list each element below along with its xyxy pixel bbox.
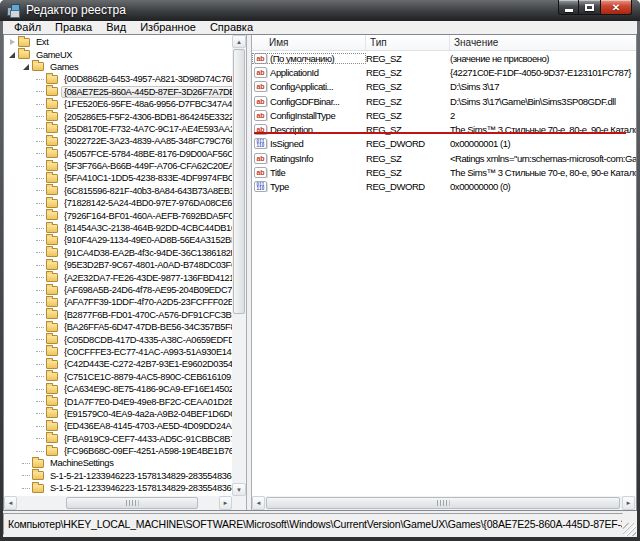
tree-vertical-scrollbar[interactable]: ▲ ▼ [232,35,246,496]
tree-item[interactable]: {205286E5-F5F2-4306-BDB1-864245E33227} [4,110,232,122]
tree-item-label[interactable]: {00D8862B-6453-4957-A821-3D98D74C76BE} [61,73,232,85]
scroll-down-arrow-icon[interactable]: ▼ [232,483,246,496]
menu-help[interactable]: Справка [203,21,260,34]
tree-item[interactable]: {D1A7F7E0-D4E9-49e8-BF2C-CEAA01D2E670} [4,395,232,407]
tree-item-label[interactable]: {910F4A29-1134-49E0-AD8B-56E4A3152BD1} [61,234,232,246]
tree-item-label[interactable]: {45057FCE-5784-48BE-8176-D9D00AF56C3C} [61,148,232,160]
value-row[interactable]: Description REG_SZ The Sims™ 3 Стильные … [252,122,636,136]
tree-item[interactable]: {25D8170E-F732-4A7C-9C17-AE4E593AA25D} [4,123,232,135]
tree-item[interactable]: {81454A3C-2138-464B-92DD-4CBC44DB16F2} [4,222,232,234]
tree-item[interactable]: {3022722E-3A23-4839-AA85-348FC79C7686} [4,135,232,147]
collapse-arrow-icon[interactable] [22,62,31,72]
tree-item-label[interactable]: {71828142-5A24-4BD0-97E7-976DA08CE6CF} [61,197,232,209]
scroll-left-arrow-icon[interactable]: ◄ [4,496,17,510]
column-header-value[interactable]: Значение [450,35,636,50]
minimize-button[interactable] [558,0,579,15]
tree-item-label[interactable]: {1FE520E6-95FE-48a6-9956-D7FBC347A472} [61,98,232,110]
tree-item-label[interactable]: S-1-5-21-1233946223-1578134829-283554836… [47,470,232,482]
tree-item-label[interactable]: {CA634E9C-8E75-4186-9CA9-EF16E14502B3} [61,383,232,395]
tree-item-label[interactable]: {95E3D2B7-9C67-4801-A0AD-B748DC03FCEF} [61,259,232,271]
value-row[interactable]: Type REG_DWORD 0x00000000 (0) [252,180,636,194]
tree-item[interactable]: Ext [4,36,232,48]
scroll-right-arrow-icon[interactable]: ► [622,496,635,510]
tree-item-label[interactable]: {C42D443E-C272-42B7-93E1-E9602D0354F5} [61,358,232,370]
tree-item[interactable]: {1FE520E6-95FE-48a6-9956-D7FBC347A472} [4,98,232,110]
tree-item-label[interactable]: Games [47,61,81,73]
value-row[interactable]: Title REG_SZ The Sims™ 3 Стильные 70-е, … [252,165,636,179]
tree-item[interactable]: {CA634E9C-8E75-4186-9CA9-EF16E14502B3} [4,383,232,395]
value-row[interactable]: ConfigApplicati... REG_SZ D:\Sims 3\17 [252,80,636,94]
menu-file[interactable]: Файл [7,21,48,34]
tree-item-label[interactable]: Ext [33,36,51,48]
tree-item-label[interactable]: {C751CE1C-8879-4AC5-890C-CEB616109140} [61,371,232,383]
tree-item-label[interactable]: {7926F164-BF01-460A-AEFB-7692BDA5FC37} [61,210,232,222]
tree-item-label[interactable]: {08AE7E25-860A-445D-87EF-3D26F7A7DE27} [61,86,232,98]
tree-item[interactable]: {C751CE1C-8879-4AC5-890C-CEB616109140} [4,371,232,383]
tree-item[interactable]: S-1-5-21-1233946223-1578134829-283554836… [4,470,232,482]
tree-item[interactable]: MachineSettings [4,457,232,469]
value-row[interactable]: RatingsInfo REG_SZ <Ratings xmlns="urn:s… [252,151,636,165]
tree-item-label[interactable]: {C0CFFFE3-EC77-41AC-A993-51A930E14861} [61,346,232,358]
tree-item-label[interactable]: {D1A7F7E0-D4E9-49e8-BF2C-CEAA01D2E670} [61,396,232,408]
tree-item[interactable]: {C0CFFFE3-EC77-41AC-A993-51A930E14861} [4,346,232,358]
collapse-arrow-icon[interactable] [8,50,17,60]
tree-item-label[interactable]: {3022722E-3A23-4839-AA85-348FC79C7686} [61,135,232,147]
column-header-name[interactable]: Имя [252,35,366,50]
tree-item[interactable]: {71828142-5A24-4BD0-97E7-976DA08CE6CF} [4,197,232,209]
tree-item[interactable]: {B2877F6B-FD01-470C-A576-DF91CFC3B902} [4,309,232,321]
tree-item-label[interactable]: {A2E32DA7-FE26-43DE-9877-136FBD41215A} [61,272,232,284]
tree-item[interactable]: {910F4A29-1134-49E0-AD8B-56E4A3152BD1} [4,234,232,246]
tree-item[interactable]: {A2E32DA7-FE26-43DE-9877-136FBD41215A} [4,271,232,283]
tree-item[interactable]: GameUX [4,48,232,60]
tree-item-label[interactable]: {FBA919C9-CEF7-4433-AD5C-91CBBC8B767E} [61,433,232,445]
tree-item-label[interactable]: MachineSettings [47,457,116,469]
expand-arrow-icon[interactable] [8,37,17,47]
tree-item[interactable]: {FBA919C9-CEF7-4433-AD5C-91CBBC8B767E} [4,433,232,445]
tree-item[interactable]: {5F3F766A-B66B-449F-A706-CFA62C20EAC8} [4,160,232,172]
tree-vscroll-thumb[interactable] [233,49,245,314]
tree-item[interactable]: {C05D8CDB-417D-4335-A38C-A0659EDFD6B8} [4,333,232,345]
list-horizontal-scrollbar[interactable]: ◄ ► [252,496,636,510]
scroll-up-arrow-icon[interactable]: ▲ [232,35,246,48]
column-header-type[interactable]: Тип [366,35,450,50]
menu-favorites[interactable]: Избранное [133,21,203,34]
tree-item[interactable]: {08AE7E25-860A-445D-87EF-3D26F7A7DE27} [4,86,232,98]
tree-item-label[interactable]: {BA26FFA5-6D47-47DB-BE56-34C357B5F8CC} [61,321,232,333]
tree-item-label[interactable]: {91CA4D38-EA2B-4f3c-94DE-36C1386182FC} [61,247,232,259]
tree-item[interactable]: {45057FCE-5784-48BE-8176-D9D00AF56C3C} [4,148,232,160]
tree-item[interactable]: Games [4,61,232,73]
tree-item[interactable]: {7926F164-BF01-460A-AEFB-7692BDA5FC37} [4,209,232,221]
tree-item[interactable]: {ED436EA8-4145-4703-AE5D-4D09DD24AF5A} [4,420,232,432]
tree-item[interactable]: {AFA7FF39-1DDF-4f70-A2D5-23FCFFF02E5F} [4,296,232,308]
tree-item-label[interactable]: S-1-5-21-1233946223-1578134829-283554836… [47,482,232,494]
tree-item-label[interactable]: {205286E5-F5F2-4306-BDB1-864245E33227} [61,111,232,123]
tree-item-label[interactable]: {5FA410C1-1DD5-4238-833E-4DF9974FBC9C} [61,172,232,184]
tree-item[interactable]: {91CA4D38-EA2B-4f3c-94DE-36C1386182FC} [4,247,232,259]
tree-item[interactable]: {C42D443E-C272-42B7-93E1-E9602D0354F5} [4,358,232,370]
tree-horizontal-scrollbar[interactable]: ◄ ► [4,496,232,510]
close-button[interactable]: ✕ [600,0,632,15]
tree-item[interactable]: {95E3D2B7-9C67-4801-A0AD-B748DC03FCEF} [4,259,232,271]
tree-item-label[interactable]: {FC96B68C-09EF-4251-A598-19E4BE1B76A9} [61,445,232,457]
tree-hscroll-thumb[interactable] [66,497,198,509]
tree-item[interactable]: {E91579C0-4EA9-4a2a-A9B2-04BEF1D6DC29} [4,408,232,420]
tree-item[interactable]: {BA26FFA5-6D47-47DB-BE56-34C357B5F8CC} [4,321,232,333]
menu-edit[interactable]: Правка [48,21,99,34]
tree-item-label[interactable]: {B2877F6B-FD01-470C-A576-DF91CFC3B902} [61,309,232,321]
tree-item[interactable]: S-1-5-21-1233946223-1578134829-283554836… [4,482,232,494]
resize-grip-icon[interactable] [623,523,636,536]
tree-item-label[interactable]: {C05D8CDB-417D-4335-A38C-A0659EDFD6B8} [61,334,232,346]
list-hscroll-thumb[interactable] [266,497,620,509]
value-row[interactable]: ConfigGDFBinar... REG_SZ D:\Sims 3\17\Ga… [252,94,636,108]
tree-item[interactable]: {5FA410C1-1DD5-4238-833E-4DF9974FBC9C} [4,172,232,184]
value-row[interactable]: ApplicationId REG_SZ {42271C0E-F1DF-4050… [252,65,636,79]
maximize-button[interactable] [579,0,600,15]
tree-item-label[interactable]: {25D8170E-F732-4A7C-9C17-AE4E593AA25D} [61,123,232,135]
tree-item[interactable]: {00D8862B-6453-4957-A821-3D98D74C76BE} [4,73,232,85]
tree-item-label[interactable]: {AFA7FF39-1DDF-4f70-A2D5-23FCFFF02E5F} [61,296,232,308]
tree-item-label[interactable]: {81454A3C-2138-464B-92DD-4CBC44DB16F2} [61,222,232,234]
tree-item-label[interactable]: GameUX [33,49,75,61]
tree-item[interactable]: {6C815596-821F-40b3-8A84-643B73A8EB16} [4,185,232,197]
tree-item-label[interactable]: {AF698A5B-24D6-4f78-AE95-204B09EDC7B6} [61,284,232,296]
scroll-right-arrow-icon[interactable]: ► [219,496,232,510]
